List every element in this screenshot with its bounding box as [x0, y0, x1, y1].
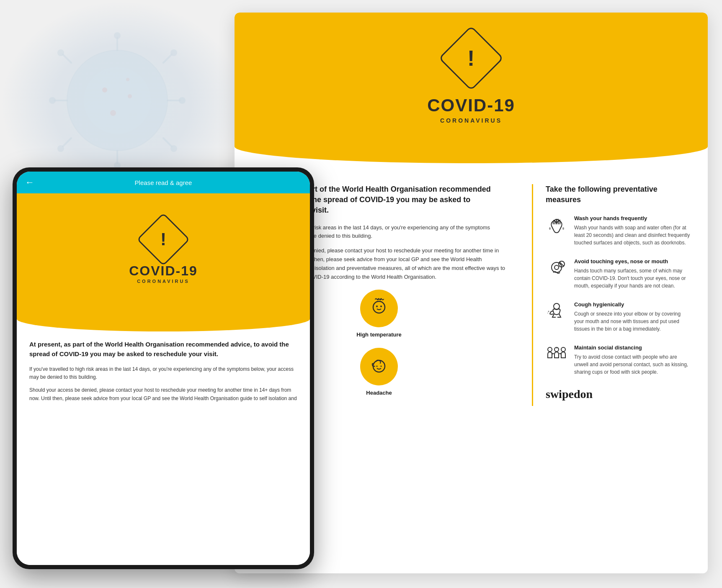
- tablet-para1: If you've travelled to high risk areas i…: [29, 365, 297, 381]
- tablet-header: ! COVID-19 CORONAVIRUS: [17, 193, 310, 319]
- svg-line-8: [163, 138, 172, 146]
- svg-point-20: [110, 110, 116, 116]
- measure-text-social-distancing: Maintain social distancing Try to avoid …: [574, 344, 691, 376]
- svg-text:1m: 1m: [556, 347, 558, 349]
- doc-header: ! COVID-19 CORONAVIRUS: [235, 13, 708, 146]
- svg-point-29: [562, 227, 564, 230]
- svg-line-12: [63, 138, 71, 146]
- svg-point-19: [128, 94, 132, 98]
- measure-text-cough: Cough hygienically Cough or sneeze into …: [574, 301, 691, 333]
- svg-point-37: [548, 347, 552, 352]
- svg-point-3: [114, 32, 121, 39]
- svg-point-30: [552, 262, 562, 272]
- svg-line-16: [63, 54, 71, 63]
- svg-point-22: [373, 301, 385, 313]
- preventative-measures-heading: Take the following preventative measures: [546, 184, 691, 205]
- tablet-content: ! COVID-19 CORONAVIRUS At present, as pa…: [17, 193, 310, 565]
- tablet-device: ← Please read & agree ! COVID-19 CORONAV…: [13, 167, 314, 569]
- measure-text-no-touch-face: Avoid touching eyes, nose or mouth Hands…: [574, 258, 691, 290]
- tablet-screen: ← Please read & agree ! COVID-19 CORONAV…: [17, 172, 310, 565]
- svg-point-23: [376, 306, 378, 307]
- svg-point-9: [170, 145, 177, 152]
- back-button[interactable]: ←: [25, 177, 34, 188]
- topbar-title: Please read & agree: [135, 179, 192, 186]
- symptom-label-headache: Headache: [366, 390, 392, 396]
- warning-diamond: !: [438, 26, 504, 91]
- doc-covid-subtitle: CORONAVIRUS: [440, 117, 502, 124]
- tablet-warning-symbol: !: [160, 231, 166, 248]
- measure-item-wash-hands: Wash your hands frequently Wash your han…: [546, 215, 691, 246]
- measure-item-cough: Cough hygienically Cough or sneeze into …: [546, 301, 691, 333]
- social-distancing-icon: 1m: [546, 344, 567, 366]
- tablet-para2: Should your access be denied, please con…: [29, 386, 297, 402]
- doc-covid-title: COVID-19: [427, 95, 515, 116]
- svg-line-4: [163, 54, 172, 63]
- svg-point-28: [549, 227, 551, 230]
- warning-symbol: !: [467, 47, 474, 69]
- tablet-body: At present, as part of the World Health …: [17, 319, 310, 420]
- svg-point-24: [380, 306, 382, 307]
- tablet-covid-title: COVID-19: [129, 263, 198, 279]
- headache-icon: [368, 355, 391, 378]
- svg-point-5: [170, 49, 177, 56]
- doc-right-column: Take the following preventative measures: [532, 184, 691, 406]
- svg-point-27: [380, 365, 382, 367]
- svg-point-31: [554, 265, 559, 270]
- virus-illustration: [21, 13, 214, 188]
- svg-point-36: [547, 313, 548, 313]
- svg-point-39: [561, 347, 565, 352]
- measure-text-wash-hands: Wash your hands frequently Wash your han…: [574, 215, 691, 246]
- tablet-main-heading: At present, as part of the World Health …: [29, 340, 297, 359]
- svg-point-13: [57, 145, 64, 152]
- tablet-warning-diamond: !: [137, 213, 190, 266]
- symptom-circle-temperature: [360, 290, 398, 327]
- tablet-covid-subtitle: CORONAVIRUS: [137, 279, 190, 284]
- svg-point-1: [84, 67, 151, 134]
- tablet-topbar: ← Please read & agree: [17, 172, 310, 193]
- svg-point-21: [126, 78, 129, 81]
- svg-point-35: [548, 311, 549, 312]
- svg-point-7: [179, 97, 186, 104]
- swipedon-logo: swipedon: [546, 388, 691, 401]
- svg-point-34: [554, 303, 560, 309]
- measure-item-social-distancing: 1m Maintain social distancing Try to avo…: [546, 344, 691, 376]
- svg-point-26: [376, 365, 377, 367]
- wash-hands-icon: [546, 215, 567, 237]
- cough-icon: [546, 301, 567, 323]
- measure-item-no-touch-face: Avoid touching eyes, nose or mouth Hands…: [546, 258, 691, 290]
- symptom-label-temperature: High temperature: [356, 331, 402, 338]
- svg-point-17: [57, 49, 64, 56]
- svg-point-18: [102, 87, 107, 92]
- svg-point-15: [49, 97, 56, 104]
- no-touch-face-icon: [546, 258, 567, 280]
- symptom-circle-headache: [360, 348, 398, 385]
- temperature-icon: [368, 297, 391, 320]
